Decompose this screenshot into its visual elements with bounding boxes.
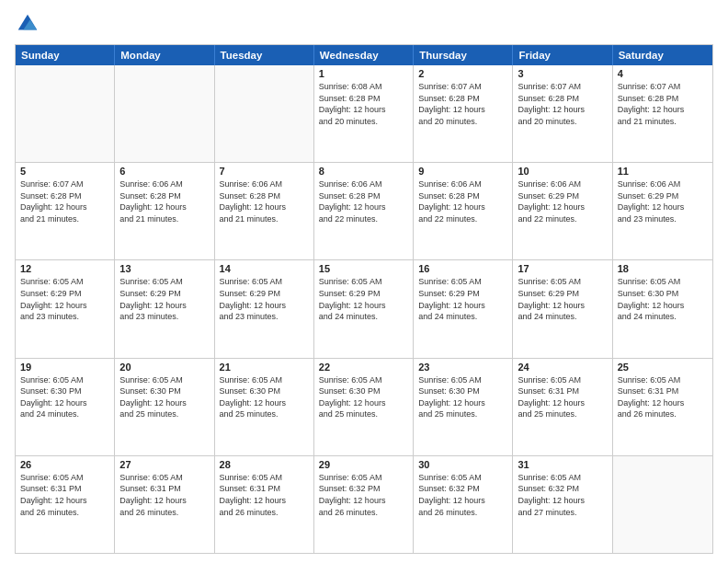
- cell-info: and 21 minutes.: [220, 213, 309, 225]
- cell-info: and 24 minutes.: [20, 408, 109, 420]
- cell-info: Daylight: 12 hours: [119, 300, 209, 312]
- cell-info: Sunset: 6:28 PM: [319, 93, 408, 105]
- day-number: 25: [618, 362, 708, 373]
- cell-info: Sunset: 6:30 PM: [20, 385, 109, 397]
- cell-info: Daylight: 12 hours: [618, 104, 708, 116]
- day-number: 4: [618, 68, 708, 79]
- calendar-row-4: 19Sunrise: 6:05 AMSunset: 6:30 PMDayligh…: [16, 358, 712, 455]
- cell-info: Daylight: 12 hours: [418, 201, 507, 213]
- cell-info: Sunset: 6:30 PM: [618, 288, 708, 300]
- cell-info: Sunrise: 6:07 AM: [518, 81, 607, 93]
- cell-info: Sunrise: 6:08 AM: [319, 81, 408, 93]
- cell-info: Sunset: 6:30 PM: [220, 385, 309, 397]
- calendar-row-2: 5Sunrise: 6:07 AMSunset: 6:28 PMDaylight…: [16, 162, 712, 259]
- day-number: 3: [518, 68, 607, 79]
- cell-info: and 26 minutes.: [220, 507, 309, 519]
- cell-info: Sunset: 6:28 PM: [119, 190, 209, 202]
- calendar-cell: 11Sunrise: 6:06 AMSunset: 6:29 PMDayligh…: [613, 163, 712, 259]
- cell-info: and 23 minutes.: [618, 213, 708, 225]
- calendar-cell: 27Sunrise: 6:05 AMSunset: 6:31 PMDayligh…: [115, 456, 214, 553]
- cell-info: Daylight: 12 hours: [319, 201, 408, 213]
- cell-info: Sunrise: 6:05 AM: [319, 374, 408, 386]
- cell-info: Daylight: 12 hours: [119, 495, 209, 507]
- calendar-body: 1Sunrise: 6:08 AMSunset: 6:28 PMDaylight…: [16, 65, 712, 553]
- calendar-cell: 14Sunrise: 6:05 AMSunset: 6:29 PMDayligh…: [215, 260, 314, 357]
- cell-info: Sunset: 6:29 PM: [319, 288, 408, 300]
- calendar-cell: 21Sunrise: 6:05 AMSunset: 6:30 PMDayligh…: [215, 359, 314, 455]
- cell-info: Sunrise: 6:05 AM: [220, 472, 309, 484]
- cell-info: Daylight: 12 hours: [119, 201, 209, 213]
- calendar-cell: 31Sunrise: 6:05 AMSunset: 6:32 PMDayligh…: [513, 456, 612, 553]
- header-day-saturday: Saturday: [613, 45, 712, 65]
- cell-info: Sunrise: 6:05 AM: [618, 374, 708, 386]
- calendar-cell: 3Sunrise: 6:07 AMSunset: 6:28 PMDaylight…: [513, 65, 612, 162]
- cell-info: Sunset: 6:28 PM: [418, 93, 507, 105]
- cell-info: Sunset: 6:32 PM: [418, 483, 507, 495]
- day-number: 10: [518, 166, 607, 177]
- cell-info: and 25 minutes.: [319, 408, 408, 420]
- cell-info: Sunset: 6:32 PM: [319, 483, 408, 495]
- cell-info: Daylight: 12 hours: [220, 495, 309, 507]
- day-number: 8: [319, 166, 408, 177]
- cell-info: Daylight: 12 hours: [418, 300, 507, 312]
- day-number: 31: [518, 459, 607, 470]
- cell-info: Sunset: 6:29 PM: [20, 288, 109, 300]
- cell-info: Sunset: 6:28 PM: [418, 190, 507, 202]
- cell-info: Sunrise: 6:05 AM: [418, 472, 507, 484]
- cell-info: Daylight: 12 hours: [319, 495, 408, 507]
- calendar-row-1: 1Sunrise: 6:08 AMSunset: 6:28 PMDaylight…: [16, 65, 712, 162]
- cell-info: and 25 minutes.: [119, 408, 209, 420]
- calendar-cell: [613, 456, 712, 553]
- cell-info: Sunrise: 6:06 AM: [220, 178, 309, 190]
- cell-info: Sunrise: 6:05 AM: [618, 276, 708, 288]
- calendar-cell: 19Sunrise: 6:05 AMSunset: 6:30 PMDayligh…: [16, 359, 115, 455]
- calendar-cell: 12Sunrise: 6:05 AMSunset: 6:29 PMDayligh…: [16, 260, 115, 357]
- cell-info: and 25 minutes.: [220, 408, 309, 420]
- calendar-cell: 30Sunrise: 6:05 AMSunset: 6:32 PMDayligh…: [414, 456, 513, 553]
- cell-info: Sunrise: 6:06 AM: [319, 178, 408, 190]
- day-number: 27: [119, 459, 209, 470]
- cell-info: Daylight: 12 hours: [119, 397, 209, 409]
- cell-info: Sunset: 6:32 PM: [518, 483, 607, 495]
- cell-info: Sunrise: 6:05 AM: [119, 374, 209, 386]
- cell-info: Sunrise: 6:05 AM: [518, 276, 607, 288]
- cell-info: Sunset: 6:29 PM: [418, 288, 507, 300]
- day-number: 15: [319, 263, 408, 274]
- cell-info: Sunset: 6:30 PM: [119, 385, 209, 397]
- day-number: 2: [418, 68, 507, 79]
- cell-info: and 21 minutes.: [618, 116, 708, 128]
- cell-info: Sunset: 6:29 PM: [518, 288, 607, 300]
- cell-info: Sunrise: 6:07 AM: [418, 81, 507, 93]
- header-day-sunday: Sunday: [16, 45, 115, 65]
- calendar-cell: 7Sunrise: 6:06 AMSunset: 6:28 PMDaylight…: [215, 163, 314, 259]
- calendar-row-5: 26Sunrise: 6:05 AMSunset: 6:31 PMDayligh…: [16, 455, 712, 553]
- cell-info: Daylight: 12 hours: [319, 300, 408, 312]
- cell-info: and 22 minutes.: [418, 213, 507, 225]
- cell-info: Sunrise: 6:05 AM: [418, 276, 507, 288]
- cell-info: Daylight: 12 hours: [220, 201, 309, 213]
- day-number: 21: [220, 362, 309, 373]
- cell-info: and 23 minutes.: [20, 311, 109, 323]
- cell-info: and 26 minutes.: [20, 507, 109, 519]
- cell-info: Daylight: 12 hours: [20, 495, 109, 507]
- cell-info: Daylight: 12 hours: [418, 397, 507, 409]
- header-day-thursday: Thursday: [414, 45, 513, 65]
- cell-info: and 26 minutes.: [418, 507, 507, 519]
- day-number: 16: [418, 263, 507, 274]
- day-number: 26: [20, 459, 109, 470]
- cell-info: and 21 minutes.: [20, 213, 109, 225]
- calendar-cell: 22Sunrise: 6:05 AMSunset: 6:30 PMDayligh…: [314, 359, 414, 455]
- cell-info: and 24 minutes.: [618, 311, 708, 323]
- calendar-cell: 23Sunrise: 6:05 AMSunset: 6:30 PMDayligh…: [414, 359, 513, 455]
- calendar-cell: 18Sunrise: 6:05 AMSunset: 6:30 PMDayligh…: [613, 260, 712, 357]
- logo-icon: [15, 11, 40, 37]
- calendar-cell: [16, 65, 115, 162]
- calendar-cell: 25Sunrise: 6:05 AMSunset: 6:31 PMDayligh…: [613, 359, 712, 455]
- cell-info: Sunrise: 6:05 AM: [319, 472, 408, 484]
- cell-info: Daylight: 12 hours: [418, 104, 507, 116]
- calendar-cell: 2Sunrise: 6:07 AMSunset: 6:28 PMDaylight…: [414, 65, 513, 162]
- day-number: 24: [518, 362, 607, 373]
- cell-info: Sunset: 6:29 PM: [119, 288, 209, 300]
- cell-info: Daylight: 12 hours: [618, 201, 708, 213]
- cell-info: Sunrise: 6:05 AM: [418, 374, 507, 386]
